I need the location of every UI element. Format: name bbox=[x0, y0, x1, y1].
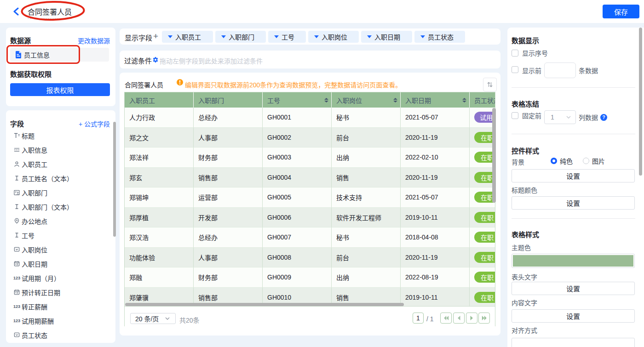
svg-text:?: ? bbox=[602, 115, 605, 120]
